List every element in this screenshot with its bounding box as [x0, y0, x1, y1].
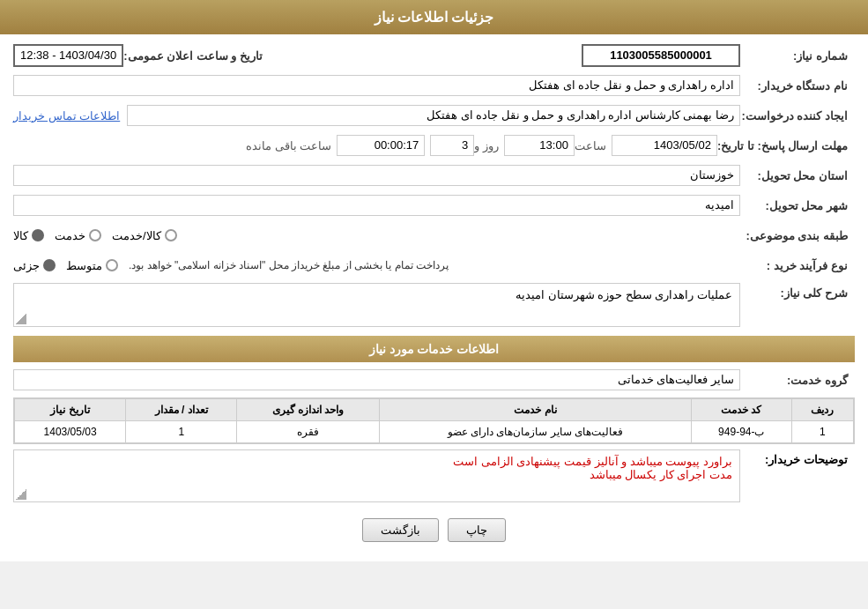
page-header: جزئیات اطلاعات نیاز [0, 0, 868, 34]
cell-row-num: 1 [791, 421, 853, 443]
category-option-khedmat-label: خدمت [55, 229, 85, 242]
general-desc-row: شرح کلی نیاز: عملیات راهداری سطح حوزه شه… [13, 283, 855, 327]
cell-name: فعالیت‌های سایر سازمان‌های دارای عضو [379, 421, 691, 443]
cell-code: ب-94-949 [692, 421, 792, 443]
creator-row: ایجاد کننده درخواست: رضا بهمنی کارشناس ا… [13, 103, 855, 128]
deadline-date: 1403/05/02 [612, 135, 717, 156]
services-table: ردیف کد خدمت نام خدمت واحد اندازه گیری ت… [14, 398, 854, 443]
announcement-label: تاریخ و ساعت اعلان عمومی: [123, 49, 270, 63]
buyer-desc-label: توضیحات خریدار: [740, 449, 855, 466]
city-row: شهر محل تحویل: امیدیه [13, 193, 855, 218]
creator-value: رضا بهمنی کارشناس اداره راهداری و حمل و … [127, 105, 740, 126]
deadline-remaining: 00:00:17 [337, 135, 425, 156]
table-row: 1 ب-94-949 فعالیت‌های سایر سازمان‌های دا… [15, 421, 854, 443]
purchase-radio-medium-icon [106, 259, 118, 271]
province-value: خوزستان [13, 165, 740, 186]
org-name-label: نام دستگاه خریدار: [740, 79, 855, 93]
purchase-option-medium[interactable]: متوسط [66, 259, 118, 272]
main-content: شماره نیاز: 1103005585000001 تاریخ و ساع… [0, 34, 868, 561]
need-number-row: شماره نیاز: 1103005585000001 تاریخ و ساع… [13, 43, 855, 68]
purchase-type-label: نوع فرآیند خرید : [740, 259, 855, 272]
purchase-radio-detail-icon [43, 259, 56, 271]
service-group-value: سایر فعالیت‌های خدماتی [13, 369, 740, 390]
service-group-label: گروه خدمت: [740, 374, 855, 387]
page-wrapper: جزئیات اطلاعات نیاز شماره نیاز: 11030055… [0, 0, 868, 561]
resize-handle-icon [16, 314, 26, 324]
buyer-desc-line1: براورد پیوست میباشد و آنالیز قیمت پیشنها… [21, 455, 732, 468]
city-label: شهر محل تحویل: [740, 199, 855, 212]
page-title: جزئیات اطلاعات نیاز [375, 10, 494, 25]
category-radio-kala-icon [32, 229, 44, 241]
category-row: طبقه بندی موضوعی: کالا/خدمت خدمت کالا [13, 223, 855, 248]
buyer-desc-box: براورد پیوست میباشد و آنالیز قیمت پیشنها… [13, 449, 740, 502]
need-number-value: 1103005585000001 [582, 44, 740, 67]
category-label: طبقه بندی موضوعی: [740, 229, 855, 242]
creator-label: ایجاد کننده درخواست: [740, 109, 855, 123]
cell-unit: فقره [237, 421, 380, 443]
table-header-row: ردیف کد خدمت نام خدمت واحد اندازه گیری ت… [15, 399, 854, 421]
button-row: چاپ بازگشت [13, 508, 855, 553]
category-option-kala-khedmat-label: کالا/خدمت [112, 229, 161, 242]
col-header-name: نام خدمت [379, 399, 691, 421]
contact-link[interactable]: اطلاعات تماس خریدار [13, 109, 120, 123]
services-table-container: ردیف کد خدمت نام خدمت واحد اندازه گیری ت… [13, 397, 855, 444]
general-desc-label: شرح کلی نیاز: [740, 283, 855, 300]
general-desc-value: عملیات راهداری سطح حوزه شهرستان امیدیه [13, 283, 740, 327]
deadline-row: مهلت ارسال پاسخ: تا تاریخ: 1403/05/02 سا… [13, 133, 855, 158]
deadline-remaining-label: ساعت باقی مانده [246, 139, 331, 152]
category-option-kala[interactable]: کالا [13, 229, 44, 242]
purchase-note: پرداخت تمام یا بخشی از مبلغ خریداز محل "… [129, 259, 449, 271]
deadline-time: 13:00 [504, 135, 575, 156]
col-header-row-num: ردیف [791, 399, 853, 421]
category-radio-khedmat-icon [89, 229, 101, 241]
category-radio-kala-khedmat-icon [165, 229, 177, 241]
buyer-desc-row: توضیحات خریدار: براورد پیوست میباشد و آن… [13, 449, 855, 502]
deadline-time-label: ساعت [575, 139, 606, 152]
cell-date: 1403/05/03 [15, 421, 126, 443]
deadline-label: مهلت ارسال پاسخ: تا تاریخ: [717, 139, 855, 152]
cell-count: 1 [126, 421, 237, 443]
back-button[interactable]: بازگشت [362, 518, 439, 542]
province-row: استان محل تحویل: خوزستان [13, 163, 855, 188]
services-section-header: اطلاعات خدمات مورد نیاز [13, 336, 855, 362]
category-option-kala-khedmat[interactable]: کالا/خدمت [112, 229, 177, 242]
purchase-option-detail[interactable]: جزئی [13, 259, 56, 272]
category-option-kala-label: کالا [13, 229, 28, 242]
purchase-option-detail-label: جزئی [13, 259, 40, 272]
city-value: امیدیه [13, 195, 740, 216]
service-group-row: گروه خدمت: سایر فعالیت‌های خدماتی [13, 368, 855, 392]
org-name-value: اداره راهداری و حمل و نقل جاده ای هفتکل [13, 75, 740, 96]
org-name-row: نام دستگاه خریدار: اداره راهداری و حمل و… [13, 73, 855, 98]
province-label: استان محل تحویل: [740, 169, 855, 182]
buyer-desc-resize-handle-icon [16, 489, 26, 500]
announcement-value: 1403/04/30 - 12:38 [13, 44, 123, 67]
deadline-days: 3 [430, 135, 474, 156]
col-header-unit: واحد اندازه گیری [237, 399, 380, 421]
col-header-code: کد خدمت [692, 399, 792, 421]
need-number-label: شماره نیاز: [740, 49, 855, 63]
print-button[interactable]: چاپ [448, 518, 506, 542]
purchase-option-medium-label: متوسط [66, 259, 102, 272]
col-header-count: تعداد / مقدار [126, 399, 237, 421]
col-header-date: تاریخ نیاز [15, 399, 126, 421]
buyer-desc-line2: مدت اجرای کار یکسال میباشد [21, 468, 732, 481]
deadline-days-label: روز و [474, 139, 499, 152]
category-radio-group: کالا/خدمت خدمت کالا [13, 229, 740, 242]
category-option-khedmat[interactable]: خدمت [55, 229, 101, 242]
purchase-type-row: نوع فرآیند خرید : پرداخت تمام یا بخشی از… [13, 253, 855, 278]
purchase-radio-group: پرداخت تمام یا بخشی از مبلغ خریداز محل "… [13, 259, 740, 272]
